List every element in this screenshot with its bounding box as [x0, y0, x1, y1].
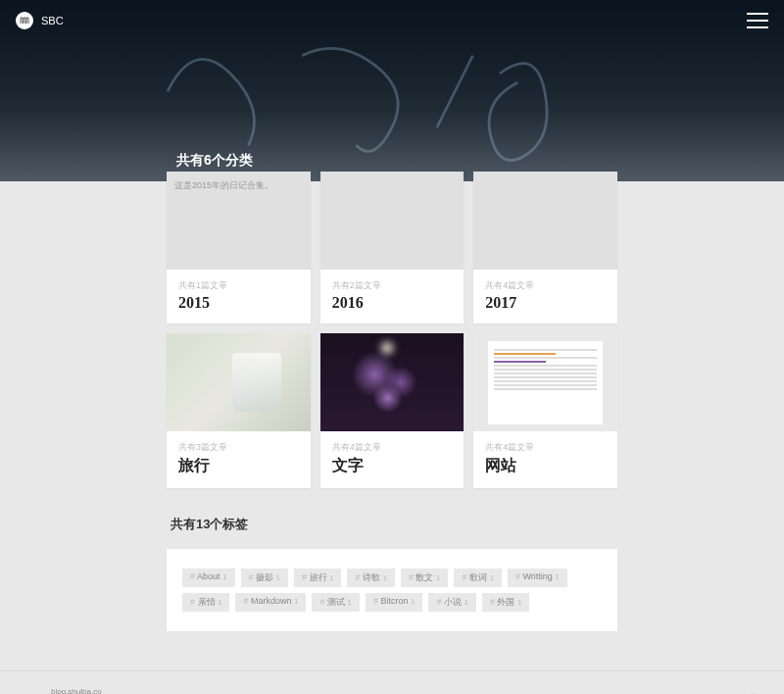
card-body: 共有4篇文章 文字 — [320, 431, 465, 488]
tag-count: 1 — [294, 597, 298, 606]
footer-domain: blog.shuiba.co — [51, 687, 116, 694]
card-count: 共有4篇文章 — [485, 279, 606, 292]
card-image — [473, 172, 617, 270]
card-image-flowers — [320, 333, 465, 431]
hamburger-line — [747, 13, 768, 15]
hamburger-line — [747, 20, 768, 22]
tag-hash: # — [490, 597, 498, 607]
tag-hash: # — [249, 572, 257, 582]
card-body: 共有3篇文章 旅行 — [167, 431, 311, 488]
tag-item[interactable]: # 诗歌 1 — [347, 569, 394, 587]
card-count: 共有2篇文章 — [332, 279, 453, 292]
category-card-travel[interactable]: 共有3篇文章 旅行 — [167, 333, 311, 488]
tag-count: 1 — [411, 597, 415, 606]
hero-light-painting — [0, 20, 784, 181]
footer-logo-icon — [20, 691, 43, 694]
logo-link[interactable]: SBC — [16, 12, 64, 29]
card-image-document — [473, 333, 617, 431]
card-title: 文字 — [332, 456, 453, 476]
tag-item[interactable]: # 测试 1 — [312, 593, 359, 612]
site-name: SBC — [41, 15, 64, 26]
card-body: 共有4篇文章 2017 — [473, 270, 617, 323]
category-card-writing[interactable]: 共有4篇文章 文字 — [320, 333, 465, 488]
tag-count: 1 — [383, 573, 387, 582]
card-title: 2016 — [332, 294, 453, 312]
footer: blog.shuiba.co © 2018 水八口. All rights re… — [0, 670, 784, 694]
tag-hash: # — [409, 572, 416, 582]
page-title: 共有6个分类 — [176, 152, 253, 170]
categories-grid: 这是2015年的日记合集。 共有1篇文章 2015 共有2篇文章 2016 共有… — [167, 172, 617, 488]
menu-button[interactable] — [747, 13, 768, 28]
tag-count: 1 — [436, 573, 440, 582]
tag-item[interactable]: # 摄影 1 — [241, 569, 288, 587]
tag-count: 1 — [464, 598, 467, 607]
tag-hash: # — [243, 596, 251, 606]
card-image — [320, 172, 465, 270]
tag-item[interactable]: # 亲情 1 — [182, 593, 229, 612]
tag-hash: # — [190, 571, 197, 581]
tag-count: 1 — [555, 572, 559, 581]
tags-section-title: 共有13个标签 — [167, 516, 617, 533]
tag-count: 1 — [218, 598, 221, 607]
document-preview — [488, 341, 603, 424]
tag-hash: # — [355, 572, 363, 582]
card-image: 这是2015年的日记合集。 — [167, 172, 311, 270]
tag-item[interactable]: # About 1 — [182, 569, 235, 587]
tag-hash: # — [302, 572, 310, 582]
footer-meta: blog.shuiba.co © 2018 水八口. All rights re… — [51, 687, 116, 694]
tag-hash: # — [515, 571, 523, 581]
tag-item[interactable]: # 小说 1 — [428, 593, 475, 612]
tag-hash: # — [319, 597, 327, 607]
card-count: 共有3篇文章 — [178, 441, 299, 454]
logo-icon — [16, 12, 33, 29]
card-title: 2017 — [485, 294, 606, 312]
category-card-2017[interactable]: 共有4篇文章 2017 — [473, 172, 617, 323]
card-description: 这是2015年的日记合集。 — [174, 179, 273, 192]
hamburger-line — [747, 26, 768, 28]
tag-hash: # — [190, 597, 198, 607]
tag-item[interactable]: # 旅行 1 — [294, 569, 341, 587]
card-title: 2015 — [178, 294, 299, 312]
tag-hash: # — [436, 597, 444, 607]
card-body: 共有4篇文章 网站 — [473, 431, 617, 488]
tag-count: 1 — [276, 573, 280, 582]
tag-count: 1 — [329, 573, 333, 582]
tag-item[interactable]: # 歌词 1 — [454, 569, 501, 587]
tag-item[interactable]: # Bitcron 1 — [366, 593, 422, 612]
category-card-2015[interactable]: 这是2015年的日记合集。 共有1篇文章 2015 — [167, 172, 311, 323]
tag-item[interactable]: # 散文 1 — [401, 569, 448, 587]
main-content: 这是2015年的日记合集。 共有1篇文章 2015 共有2篇文章 2016 共有… — [167, 172, 617, 670]
card-body: 共有2篇文章 2016 — [320, 270, 465, 323]
tag-hash: # — [462, 572, 469, 582]
card-image-glass — [167, 333, 311, 431]
tag-hash: # — [373, 596, 381, 606]
footer-left: blog.shuiba.co © 2018 水八口. All rights re… — [20, 687, 116, 694]
card-title: 网站 — [485, 456, 606, 476]
tag-count: 1 — [517, 598, 521, 607]
card-body: 共有1篇文章 2015 — [167, 270, 311, 323]
tag-item[interactable]: # Writting 1 — [508, 569, 567, 587]
card-count: 共有1篇文章 — [178, 279, 299, 292]
tag-count: 1 — [489, 573, 493, 582]
tag-item[interactable]: # 外国 1 — [482, 593, 529, 612]
tags-list: # About 1# 摄影 1# 旅行 1# 诗歌 1# 散文 1# 歌词 1#… — [182, 569, 602, 612]
card-count: 共有4篇文章 — [485, 441, 606, 454]
card-title: 旅行 — [178, 456, 299, 476]
category-card-2016[interactable]: 共有2篇文章 2016 — [320, 172, 465, 323]
hero-header: SBC 共有6个分类 — [0, 0, 784, 181]
tag-count: 1 — [348, 598, 352, 607]
tags-container: # About 1# 摄影 1# 旅行 1# 诗歌 1# 散文 1# 歌词 1#… — [167, 549, 617, 631]
card-count: 共有4篇文章 — [332, 441, 453, 454]
tag-item[interactable]: # Markdown 1 — [235, 593, 306, 612]
tag-count: 1 — [222, 572, 226, 581]
category-card-website[interactable]: 共有4篇文章 网站 — [473, 333, 617, 488]
topbar: SBC — [0, 12, 784, 29]
